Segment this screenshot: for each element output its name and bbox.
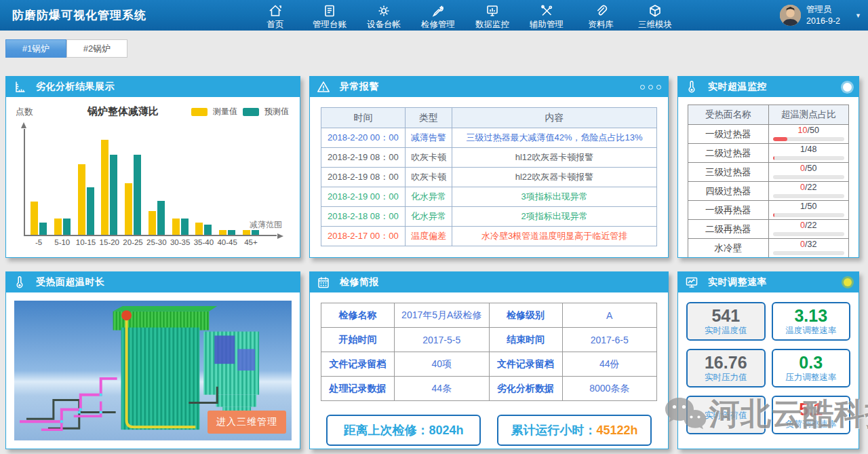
nav-item-ledger[interactable]: 管理台账 [302,0,357,31]
panel-menu-dots[interactable] [640,85,661,90]
nav-item-data-monitor[interactable]: 数据监控 [465,0,519,31]
ratio-total: /50 [805,164,816,173]
nav-item-label: 设备台帐 [367,19,401,31]
nav-item-equipment[interactable]: 设备台帐 [357,0,411,31]
mt-value: 44份 [562,352,657,377]
ratio-bar-track [773,137,845,141]
stat-temperature-rate: 3.13 温度调整速率 [772,302,851,341]
mt-value: 44条 [395,377,490,401]
col-header-ratio: 超温测点占比 [768,105,849,125]
x-tick-label: 35-40 [194,235,214,246]
surface-name: 一级过热器 [688,125,769,144]
bar-chart-groups: -55-1010-1515-2020-2525-3030-3535-4040-4… [31,129,259,235]
alarm-time: 2018-2-19 08：00 [321,148,406,168]
ratio-total: /48 [805,145,816,154]
alarm-row: 2018-2-17 00：00 温度偏差 水冷壁3根管道温度明显高于临近管排 [321,227,657,246]
user-meta: 管理员 2016-9-2 [806,4,840,26]
x-tick-label: 25-30 [146,235,166,246]
bar-预测值-10-15 [87,187,94,235]
surface-ratio: 0/50 [768,163,849,182]
since-last-maintenance-button[interactable]: 距离上次检修：8024h [326,415,481,446]
nav-item-home[interactable]: 首页 [248,0,302,31]
nav-item-label: 辅助管理 [530,19,564,31]
overtemp-table: 受热面名称 超温测点占比 一级过热器 10/50 二级过热器 1/48 [688,105,849,258]
nav-item-aux-manage[interactable]: 辅助管理 [519,0,574,31]
alarm-type: 吹灰卡顿 [405,148,452,168]
surface-name: 三级过热器 [688,163,769,182]
user-name: 管理员 [806,4,840,15]
ratio-count: 0 [800,221,805,230]
monitor-chart-icon [485,3,500,18]
ratio-bar-track [773,232,845,236]
stat-value: 3.13 [794,307,827,324]
user-menu[interactable]: 管理员 2016-9-2 ▼ [780,0,861,31]
total-run-hours-button[interactable]: 累计运行小时：45122h [497,415,652,446]
alarm-content: 三级过热器最大减薄值42%，危险点占比13% [452,128,657,148]
since-label: 距离上次检修： [343,422,429,438]
overtemp-bar-fill [773,213,774,217]
bar-预测值-20-25 [134,155,141,235]
mt-label: 开始时间 [321,328,395,352]
surface-ratio: 0/22 [768,182,849,201]
stat-label: 实时压力值 [705,372,747,383]
nav-item-label: 首页 [267,19,284,31]
thermometer-icon [685,80,698,94]
nav-item-library[interactable]: 资料库 [574,0,628,31]
top-navbar: 防磨防爆可视化管理系统 首页 管理台账 设备台帐 检修管理 数据监控 [0,0,868,31]
mt-label: 检修级别 [489,303,562,328]
mt-value: 40项 [395,352,490,377]
bar-group: 5-10 [54,129,71,235]
x-tick-label: -5 [35,235,42,246]
boiler-tabbar: #1锅炉 #2锅炉 [0,31,868,58]
stat-label: 实时温度值 [705,325,747,337]
ratio-bar-track [773,251,845,255]
col-header-time: 时间 [321,108,406,128]
chart-title: 锅炉整体减薄比 [55,105,191,118]
enter-3d-button[interactable]: 进入三维管理 [208,411,286,434]
stat-value: 0.3 [799,354,823,371]
alarm-table-header-row: 时间 类型 内容 [321,108,657,128]
monitor-line-icon [685,276,698,289]
tools-icon [539,3,554,18]
stat-realtime-temperature: 541 实时温度值 [686,302,766,341]
stat-label: 负荷调整速率 [785,419,836,430]
panel-adjust-rates: 实时调整速率 541 实时温度值 3.13 温度调整速率 16.76 实时压力值… [677,271,859,449]
x-tick-label: 45+ [244,235,258,246]
tab-boiler-1[interactable]: #1锅炉 [5,39,66,58]
alarm-row: 2018-2-19 08：00 吹灰卡顿 hl12吹灰器卡顿报警 [321,148,657,168]
stat-realtime-pressure: 16.76 实时压力值 [686,349,766,387]
bar-group: 10-15 [78,129,94,235]
bar-测量值-40-45 [219,230,226,235]
mt-label: 处理记录数据 [321,377,395,401]
panel-maintenance-header: 检修简报 [310,272,668,292]
bar-测量值--5 [31,202,38,235]
main-nav: 首页 管理台账 设备台帐 检修管理 数据监控 辅助管理 [248,0,682,31]
col-header-content: 内容 [452,108,657,128]
stat-load-rate: 5.1 负荷调整速率 [772,396,851,434]
col-header-type: 类型 [405,108,452,128]
x-tick-label: 20-25 [123,235,142,246]
tab-boiler-2[interactable]: #2锅炉 [66,39,127,58]
avatar [780,5,801,26]
boiler-3d-view[interactable]: 进入三维管理 [14,301,292,440]
panel-maintenance-brief: 检修简报 检修名称 2017年5月A级检修 检修级别 A 开始时间 2017-5… [309,271,669,449]
chevron-down-icon: ▼ [855,12,861,19]
stat-label: 实时负荷值 [705,410,747,421]
panel-degradation-header: 劣化分析结果展示 [6,77,300,97]
maintenance-row: 开始时间 2017-5-5 结束时间 2017-6-5 [321,328,657,352]
legend-label-predicted: 预测值 [264,106,289,117]
alarm-content: hl12吹灰器卡顿报警 [452,148,657,168]
panel-alarms-header: 异常报警 [310,77,668,97]
surface-ratio: 1/50 [768,201,849,220]
mt-label: 文件记录留档 [489,352,562,377]
rate-stats: 541 实时温度值 3.13 温度调整速率 16.76 实时压力值 0.3 压力… [686,302,850,434]
nav-item-3d-module[interactable]: 三维模块 [628,0,682,31]
alarm-time: 2018-2-18 08：00 [321,207,406,227]
nav-item-maintenance[interactable]: 检修管理 [411,0,465,31]
ratio-total: /50 [805,202,816,211]
surface-ratio: 10/50 [768,125,849,144]
mt-label: 文件记录留档 [321,352,395,377]
bar-预测值-30-35 [181,219,189,235]
bar-预测值-40-45 [228,230,235,235]
panel-title: 异常报警 [340,81,379,93]
